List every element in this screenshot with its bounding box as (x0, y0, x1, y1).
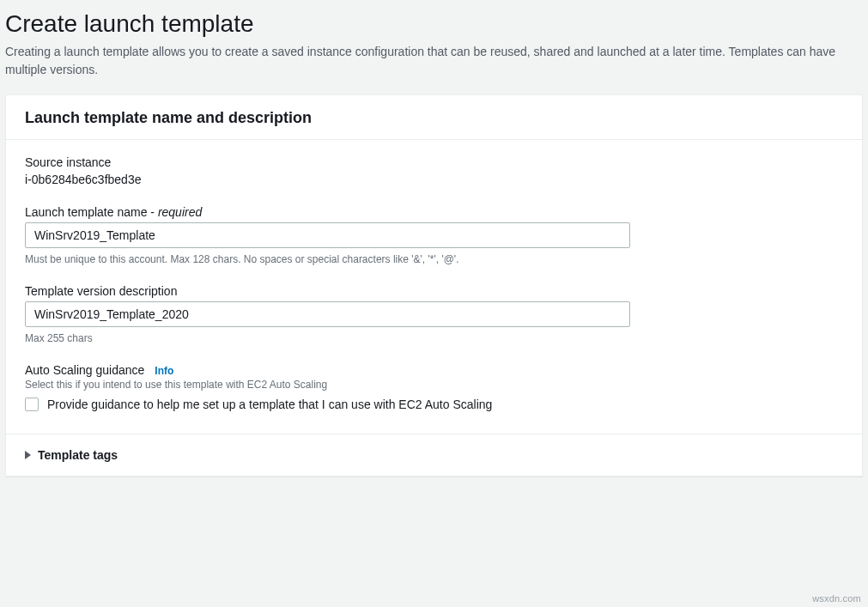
template-desc-label: Template version description (25, 284, 843, 298)
panel-header: Launch template name and description (6, 95, 862, 139)
caret-right-icon (25, 451, 31, 459)
template-name-input[interactable] (25, 222, 630, 248)
template-desc-block: Template version description Max 255 cha… (25, 284, 843, 344)
source-instance-block: Source instance i-0b6284be6c3fbed3e (25, 155, 843, 186)
info-link[interactable]: Info (155, 365, 173, 377)
page-description: Creating a launch template allows you to… (5, 43, 855, 79)
template-tags-expander[interactable]: Template tags (6, 434, 862, 476)
launch-template-panel: Launch template name and description Sou… (5, 94, 863, 476)
template-name-label-text: Launch template name - (25, 205, 158, 219)
auto-scaling-label: Auto Scaling guidance (25, 363, 144, 377)
template-name-block: Launch template name - required Must be … (25, 205, 843, 265)
template-name-required: required (158, 205, 202, 219)
auto-scaling-checkbox-label: Provide guidance to help me set up a tem… (47, 398, 492, 411)
template-desc-input[interactable] (25, 301, 630, 327)
auto-scaling-block: Auto Scaling guidance Info Select this i… (25, 363, 843, 411)
watermark: wsxdn.com (812, 593, 861, 604)
auto-scaling-hint: Select this if you intend to use this te… (25, 379, 843, 391)
template-desc-hint: Max 255 chars (25, 332, 843, 344)
auto-scaling-checkbox[interactable] (25, 398, 39, 411)
source-instance-value: i-0b6284be6c3fbed3e (25, 173, 843, 186)
template-tags-label: Template tags (38, 448, 118, 462)
template-name-hint: Must be unique to this account. Max 128 … (25, 253, 843, 265)
template-name-label: Launch template name - required (25, 205, 843, 219)
page-title: Create launch template (5, 10, 863, 38)
panel-title: Launch template name and description (25, 109, 843, 127)
source-instance-label: Source instance (25, 155, 843, 169)
